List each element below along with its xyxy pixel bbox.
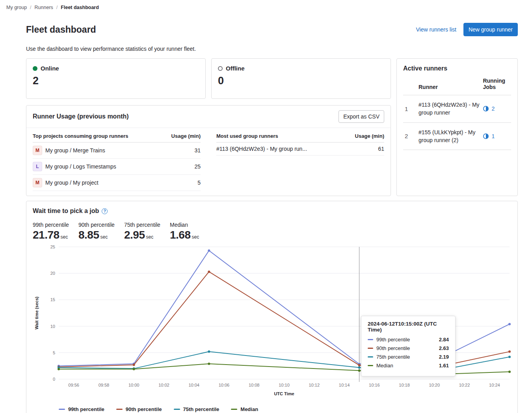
legend-label: 99th percentile — [68, 406, 104, 412]
running-status-icon — [483, 106, 489, 112]
dashboard-left-column: Online 2 Offline 0 Runner Usage (previou… — [26, 58, 391, 196]
breadcrumb: My group / Runners / Fleet dashboard — [0, 0, 532, 15]
running-jobs-count[interactable]: 1 — [491, 133, 495, 139]
project-avatar: M — [33, 146, 42, 155]
runner-usage-title: Runner Usage (previous month) — [33, 113, 129, 120]
series-swatch — [368, 356, 373, 357]
wait-time-title: Wait time to pick a job — [33, 207, 99, 215]
project-name: My group / Merge Trains — [45, 147, 105, 154]
top-projects-table-header: Top projects consuming group runners Usa… — [33, 130, 201, 143]
series-value: 2.63 — [439, 345, 449, 351]
most-used-runners-table-header: Most used group runners Usage (min) — [216, 130, 384, 143]
stat-median: Median 1.68sec — [170, 222, 209, 241]
svg-text:10:08: 10:08 — [249, 383, 260, 387]
chart-tooltip: 2024-06-12T10:15:00Z (UTC Time) 99th per… — [361, 316, 456, 376]
stat-99th-percentile: 99th percentile 21.78sec — [33, 222, 72, 241]
runner-rank: 1 — [403, 95, 417, 123]
stat-value: 1.68 — [170, 229, 191, 241]
breadcrumb-my-group[interactable]: My group — [6, 5, 27, 10]
series-name: 75th percentile — [376, 354, 436, 360]
runner-column-header: Runner — [417, 73, 481, 95]
series-swatch — [368, 365, 373, 366]
series-name: 90th percentile — [376, 345, 436, 351]
stat-label: 75th percentile — [124, 222, 164, 228]
running-jobs-count[interactable]: 2 — [491, 106, 495, 112]
svg-text:09:56: 09:56 — [68, 383, 79, 387]
most-used-runners-column-header: Most used group runners — [216, 133, 278, 139]
table-row: 2 #155 (ULkKYpkpt) - My group runner (2)… — [403, 122, 511, 150]
svg-text:10:24: 10:24 — [489, 383, 500, 387]
offline-card-header: Offline — [218, 65, 384, 72]
wait-time-stats: 99th percentile 21.78sec 90th percentile… — [33, 222, 511, 241]
project-avatar: M — [33, 178, 42, 187]
series-swatch — [368, 339, 373, 340]
usage-min-column-header: Usage (min) — [171, 133, 201, 139]
tooltip-timestamp: 2024-06-12T10:15:00Z (UTC Time) — [368, 321, 449, 333]
table-row: M My group / My project 5 — [33, 175, 201, 191]
project-name: My group / Logs Timestamps — [45, 163, 116, 170]
page-description: Use the dashboard to view performance st… — [26, 46, 518, 52]
breadcrumb-separator: / — [30, 5, 31, 10]
stat-label: 99th percentile — [33, 222, 72, 228]
top-projects-table: Top projects consuming group runners Usa… — [33, 130, 201, 191]
runner-rank: 2 — [403, 122, 417, 150]
series-swatch — [116, 409, 123, 410]
svg-text:10:02: 10:02 — [158, 383, 169, 387]
stat-90th-percentile: 90th percentile 8.85sec — [78, 222, 118, 241]
help-icon[interactable]: ? — [102, 208, 108, 214]
svg-text:15: 15 — [50, 297, 55, 302]
series-value: 2.84 — [439, 337, 449, 343]
export-csv-button[interactable]: Export as CSV — [339, 110, 384, 123]
active-runners-table: Runner Running Jobs 1 #113 (6QHdzW2e3) -… — [403, 73, 511, 150]
usage-min-column-header: Usage (min) — [355, 133, 384, 139]
header-actions: View runners list New group runner — [416, 23, 518, 36]
view-runners-list-link[interactable]: View runners list — [416, 26, 456, 33]
legend-item-90th[interactable]: 90th percentile — [116, 406, 162, 412]
svg-text:10:04: 10:04 — [188, 383, 199, 387]
status-cards-row: Online 2 Offline 0 — [26, 58, 391, 99]
series-value: 1.61 — [439, 363, 449, 369]
tooltip-row: Median 1.61 — [368, 363, 449, 369]
series-swatch — [59, 409, 65, 410]
tooltip-row: 99th percentile 2.84 — [368, 337, 449, 343]
page-title: Fleet dashboard — [26, 24, 96, 35]
svg-text:10:20: 10:20 — [429, 383, 440, 387]
breadcrumb-runners[interactable]: Runners — [35, 5, 53, 10]
svg-text:Wait time (secs): Wait time (secs) — [34, 296, 39, 330]
svg-text:09:58: 09:58 — [99, 383, 110, 387]
project-usage-value: 5 — [197, 180, 201, 186]
svg-text:10:10: 10:10 — [279, 383, 290, 387]
breadcrumb-current-page: Fleet dashboard — [61, 5, 99, 10]
stat-label: 90th percentile — [78, 222, 118, 228]
new-group-runner-button[interactable]: New group runner — [463, 23, 518, 36]
project-name: My group / My project — [45, 180, 99, 186]
chart-legend: 99th percentile 90th percentile 75th per… — [59, 406, 511, 412]
svg-text:0: 0 — [53, 377, 55, 382]
tooltip-row: 75th percentile 2.19 — [368, 354, 449, 360]
legend-item-median[interactable]: Median — [231, 406, 258, 412]
legend-item-99th[interactable]: 99th percentile — [59, 406, 104, 412]
active-runners-title: Active runners — [403, 65, 511, 72]
svg-text:10:12: 10:12 — [309, 383, 320, 387]
running-status-icon — [483, 133, 489, 139]
online-runners-card: Online 2 — [26, 58, 206, 99]
stat-75th-percentile: 75th percentile 2.95sec — [124, 222, 164, 241]
top-projects-column-header: Top projects consuming group runners — [33, 133, 128, 139]
wait-time-chart[interactable]: 051015202509:5609:5810:0010:0210:0410:06… — [33, 244, 511, 403]
most-used-runners-table: Most used group runners Usage (min) #113… — [216, 130, 384, 191]
series-name: 99th percentile — [376, 337, 436, 343]
stat-value: 8.85 — [78, 229, 99, 241]
project-avatar: L — [33, 162, 42, 171]
runner-link[interactable]: #113 (6QHdzW2e3) - My group runner — [417, 95, 481, 123]
svg-text:10:00: 10:00 — [128, 383, 140, 387]
runner-link[interactable]: #155 (ULkKYpkpt) - My group runner (2) — [417, 122, 481, 150]
series-swatch — [231, 409, 237, 410]
svg-text:10:18: 10:18 — [399, 383, 410, 387]
svg-text:10:06: 10:06 — [219, 383, 230, 387]
online-count: 2 — [33, 75, 199, 87]
table-row: #113 (6QHdzW2e3) - My group run... 61 — [216, 143, 384, 156]
svg-text:10:16: 10:16 — [369, 383, 380, 387]
legend-item-75th[interactable]: 75th percentile — [174, 406, 219, 412]
series-swatch — [368, 348, 373, 349]
svg-text:5: 5 — [53, 350, 55, 355]
